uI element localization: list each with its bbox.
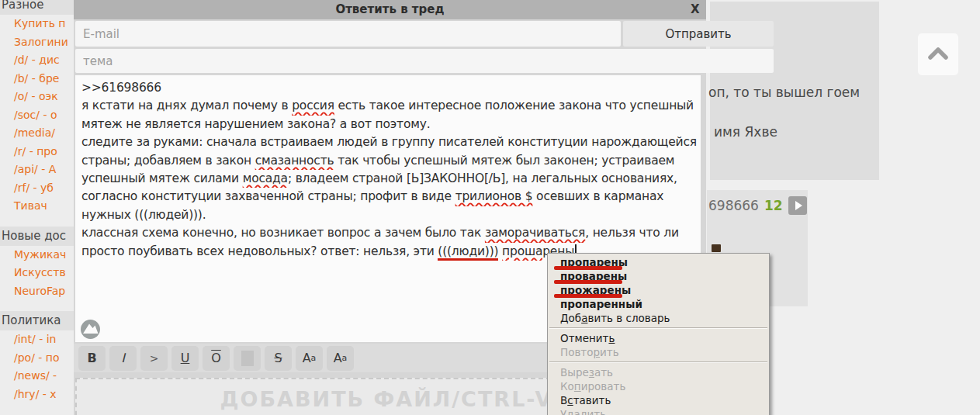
text-segment: есть такое интересное положение закона ч… [334,99,694,112]
thread-header: 698666 12 [708,196,807,215]
menu-item-label: вить в словарь [587,312,670,324]
text-segment: следите за руками: сначала встраиваем лю… [81,135,697,149]
sidebar-link[interactable]: /d/ - дис [0,51,74,70]
dialog-title: Ответить в тред [74,2,706,16]
sidebar-link[interactable]: /news/ - [0,367,74,386]
send-button[interactable]: Отправить [623,21,774,47]
sidebar-link[interactable]: /hry/ - x [0,386,74,404]
menu-item-label: ь [600,408,606,415]
menu-item-add-to-dictionary[interactable]: Добавить в словарь [548,311,769,325]
superscript-button[interactable]: Aa [296,346,323,371]
menu-item-cut[interactable]: Вырезать [548,365,769,379]
post-thumbnail[interactable] [712,244,721,252]
menu-item-mnemonic: р [594,346,601,358]
text-segment: осевших в карманах [532,189,663,203]
textarea-line: следите за руками: сначала встраиваем лю… [81,133,698,151]
textarea-line: классная схема конечно, но возникает воп… [81,224,698,242]
text-segment: просто поубивать всех недовольных? ответ… [81,244,438,258]
menu-item-label: В [560,394,567,406]
menu-separator [549,327,767,329]
text-segment: ; владеем страной [Ь]ЗАКОННО[/Ь], на лег… [288,171,677,185]
misspelled-word: смазанность [255,154,334,168]
textarea-line: страны; добавляем в закон смазанность та… [81,152,698,170]
misspelled-word: трилионов $ [455,189,533,203]
markup-logo-icon[interactable] [80,319,101,340]
close-button[interactable]: X [686,2,701,17]
sidebar-link[interactable]: NeuroFap [0,282,74,301]
sidebar-link[interactable]: /soc/ - о [0,106,74,125]
expand-thread-button[interactable] [788,196,807,215]
email-input[interactable] [75,21,621,47]
quote-button[interactable]: > [140,346,168,371]
textarea-line: нужных (((людей))). [81,206,698,224]
sidebar-link[interactable]: /r/ - про [0,143,74,161]
menu-item-suggestion[interactable]: пропарены [548,255,769,269]
menu-item-suggestion[interactable]: прожарены [548,283,769,297]
sidebar-link[interactable]: Купить п [0,15,74,33]
button-label-small: a [342,353,348,363]
button-label-small: a [311,353,317,363]
menu-separator [549,361,767,363]
text-segment: успешный мятеж силами [81,171,243,185]
thread-number-link[interactable]: 698666 [708,198,759,213]
text-segment: я кстати на днях думал почему в [81,99,292,112]
menu-item-mnemonic: с [567,394,573,406]
bold-button[interactable]: B [78,346,106,371]
text-segment: классная схема конечно, но возникает воп… [81,226,485,240]
menu-item-undo[interactable]: Отменить [548,331,769,345]
sidebar-link[interactable]: /o/ - оэк [0,88,74,106]
sidebar-link[interactable]: Искусств [0,264,74,282]
sidebar-link[interactable]: /media/ [0,124,74,143]
overline-button[interactable]: O [203,346,230,371]
sidebar-link[interactable]: /api/ - A [0,161,74,179]
menu-item-label: тавить [573,394,611,406]
menu-item-label: ить [600,346,619,358]
menu-item-mnemonic: з [589,366,594,379]
misspelled-word: россия [292,99,334,112]
sidebar-link[interactable]: /rf/ - уб [0,179,74,198]
sidebar-section-title: Разное [0,0,74,15]
sidebar-section-title: Политика [0,311,74,330]
dialog-titlebar[interactable]: Ответить в тред X [74,0,706,19]
button-label: A [334,351,342,365]
menu-item-label: Отменит [560,332,608,344]
dropzone-label: ДОБАВИТЬ ФАЙЛ/CTRL-V [220,387,553,415]
sidebar-link[interactable]: Мужикач [0,246,74,265]
scroll-to-top-button[interactable] [918,33,958,75]
subscript-button[interactable]: Aa [327,346,354,371]
menu-item-label: Ко [560,380,574,393]
sidebar-link[interactable]: Залогини [0,33,74,52]
reply-count[interactable]: 12 [764,198,783,213]
textarea-line: согласно конституции захваченной страны;… [81,188,698,206]
menu-item-redo[interactable]: Повторить [548,345,769,359]
sidebar-link[interactable]: /int/ - in [0,330,74,349]
spoiler-button[interactable] [234,346,261,371]
menu-item-suggestion[interactable]: проварены [548,269,769,283]
sidebar-link[interactable]: /po/ - по [0,349,74,368]
text-segment: >>61698666 [81,81,161,95]
spoiler-icon [241,351,254,366]
textarea-line: успешный мятеж силами мосада; владеем ст… [81,170,698,188]
menu-item-label: ать [594,366,613,379]
underline-button[interactable]: U [171,346,199,371]
menu-item-copy[interactable]: Копировать [548,379,769,393]
sidebar-link[interactable]: Тивач [0,197,74,216]
menu-item-label: Выре [560,366,589,379]
spellcheck-context-menu: пропареныпровареныпрожареныпропаренныйДо… [547,253,770,415]
menu-item-delete[interactable]: Удалить [548,407,769,415]
board-sidebar: РазноеКупить пЗалогини/d/ - дис/b/ - бре… [0,0,74,415]
annotated-word: (((люди))) [438,244,498,261]
subject-input[interactable] [75,49,774,73]
menu-item-suggestion[interactable]: пропаренный [548,297,769,311]
text-segment: согласно конституции захваченной страны;… [81,189,455,203]
textarea-line: мятеж не является нарушением закона? а в… [81,116,698,133]
menu-item-mnemonic: т [594,408,600,415]
menu-item-label: Повто [560,346,594,358]
italic-button[interactable]: I [109,346,137,371]
text-segment: , нельзя что ли [585,226,679,240]
strike-button[interactable]: S [265,346,292,371]
menu-item-paste[interactable]: Вставить [548,393,769,407]
text-segment: мятеж не является нарушением закона? а в… [81,117,430,131]
button-label: O [211,351,221,365]
sidebar-link[interactable]: /b/ - бре [0,70,74,88]
